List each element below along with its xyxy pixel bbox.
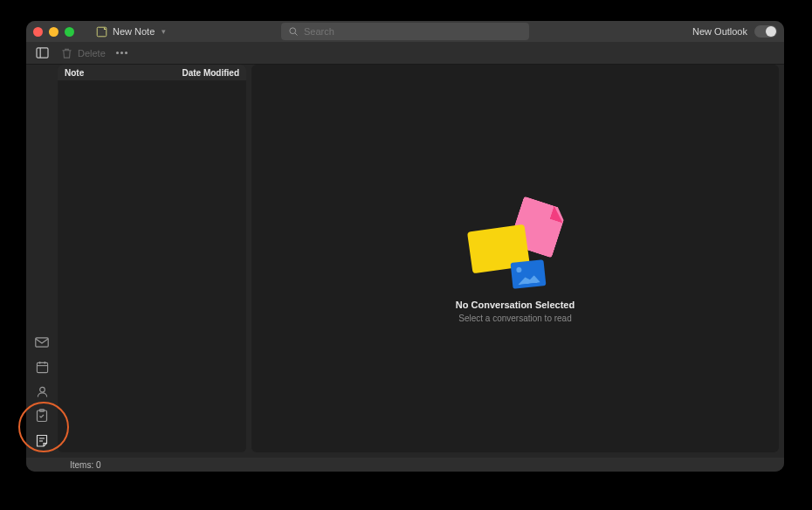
delete-button[interactable]: Delete xyxy=(59,46,106,60)
rail-people-button[interactable] xyxy=(31,381,52,402)
toggle-sidebar-button[interactable] xyxy=(35,46,49,60)
new-outlook-label: New Outlook xyxy=(692,26,747,37)
notes-icon xyxy=(36,434,48,447)
toggle-knob xyxy=(766,26,776,37)
svg-line-2 xyxy=(295,33,298,36)
status-bar: Items: 0 xyxy=(26,458,784,472)
svg-point-1 xyxy=(290,28,296,34)
tasks-icon xyxy=(36,409,48,423)
content-area: Note Date Modified No Conversation Selec… xyxy=(58,65,784,458)
empty-state: No Conversation Selected Select a conver… xyxy=(456,195,575,323)
search-input[interactable] xyxy=(304,26,522,37)
window-controls xyxy=(33,27,74,37)
app-window: New Note ▾ New Outlook xyxy=(26,21,784,472)
more-actions-button[interactable] xyxy=(116,52,127,54)
rail-tasks-button[interactable] xyxy=(31,405,52,426)
new-note-button[interactable]: New Note ▾ xyxy=(88,24,173,39)
search-box[interactable] xyxy=(281,23,529,40)
mail-icon xyxy=(35,337,49,348)
toolbar: Delete xyxy=(26,42,784,65)
module-rail xyxy=(26,65,58,458)
svg-rect-6 xyxy=(37,362,47,372)
new-note-icon xyxy=(95,25,107,38)
reading-pane: No Conversation Selected Select a conver… xyxy=(251,65,779,452)
column-date-modified: Date Modified xyxy=(182,68,239,78)
minimize-window-button[interactable] xyxy=(49,27,58,37)
new-outlook-toggle[interactable] xyxy=(754,25,777,38)
ellipsis-icon xyxy=(116,52,127,54)
empty-title: No Conversation Selected xyxy=(456,300,575,310)
people-icon xyxy=(36,385,49,398)
calendar-icon xyxy=(36,361,49,374)
column-note: Note xyxy=(65,68,84,78)
svg-point-10 xyxy=(39,387,45,392)
notes-list-header[interactable]: Note Date Modified xyxy=(58,65,246,80)
trash-icon xyxy=(59,46,73,60)
sidebar-icon xyxy=(35,46,49,60)
svg-rect-5 xyxy=(36,338,48,347)
title-bar: New Note ▾ New Outlook xyxy=(26,21,784,42)
search-icon xyxy=(288,26,299,37)
rail-mail-button[interactable] xyxy=(31,332,52,353)
new-note-label: New Note xyxy=(113,26,155,37)
empty-subtitle: Select a conversation to read xyxy=(458,314,572,323)
rail-calendar-button[interactable] xyxy=(31,356,52,377)
zoom-window-button[interactable] xyxy=(65,27,74,37)
close-window-button[interactable] xyxy=(33,27,43,37)
body: Note Date Modified No Conversation Selec… xyxy=(26,65,784,458)
delete-label: Delete xyxy=(78,48,106,59)
svg-rect-3 xyxy=(37,48,48,58)
rail-notes-button[interactable] xyxy=(31,430,52,451)
status-items-count: Items: 0 xyxy=(70,460,101,470)
chevron-down-icon: ▾ xyxy=(162,27,166,36)
empty-illustration xyxy=(463,195,568,291)
notes-list-pane: Note Date Modified xyxy=(58,65,246,452)
